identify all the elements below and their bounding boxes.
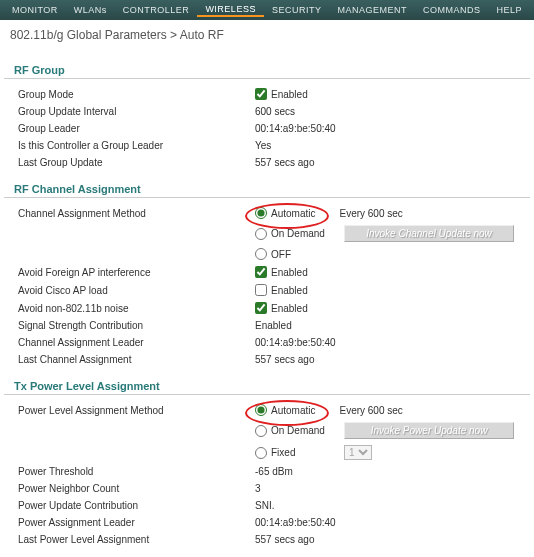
nav-security[interactable]: SECURITY: [264, 5, 330, 15]
value-signal-strength: Enabled: [255, 320, 534, 331]
text-enabled: Enabled: [271, 285, 308, 296]
label-avoid-cisco: Avoid Cisco AP load: [0, 285, 255, 296]
row-power-neighbor-count: Power Neighbor Count 3: [0, 480, 534, 497]
label-power-assignment-leader: Power Assignment Leader: [0, 517, 255, 528]
value-power-assignment-leader: 00:14:a9:be:50:40: [255, 517, 534, 528]
value-power-neighbor-count: 3: [255, 483, 534, 494]
text-automatic: Automatic: [271, 208, 315, 219]
section-title-tx-power: Tx Power Level Assignment: [4, 376, 530, 395]
label-is-leader: Is this Controller a Group Leader: [0, 140, 255, 151]
value-channel-assignment-leader: 00:14:a9:be:50:40: [255, 337, 534, 348]
nav-monitor[interactable]: MONITOR: [4, 5, 66, 15]
row-channel-off: OFF: [0, 245, 534, 263]
nav-controller[interactable]: CONTROLLER: [115, 5, 198, 15]
row-power-threshold: Power Threshold -65 dBm: [0, 463, 534, 480]
label-power-method: Power Level Assignment Method: [0, 405, 255, 416]
row-channel-assignment-leader: Channel Assignment Leader 00:14:a9:be:50…: [0, 334, 534, 351]
nav-wlans[interactable]: WLANs: [66, 5, 115, 15]
value-last-group-update: 557 secs ago: [255, 157, 534, 168]
label-group-mode: Group Mode: [0, 89, 255, 100]
text-automatic: Automatic: [271, 405, 315, 416]
value-last-channel-assignment: 557 secs ago: [255, 354, 534, 365]
row-group-leader: Group Leader 00:14:a9:be:50:40: [0, 120, 534, 137]
nav-management[interactable]: MANAGEMENT: [329, 5, 415, 15]
invoke-power-update-button[interactable]: Invoke Power Update now: [344, 422, 514, 439]
row-is-leader: Is this Controller a Group Leader Yes: [0, 137, 534, 154]
row-power-on-demand: On Demand Invoke Power Update now: [0, 419, 534, 442]
value-group-leader: 00:14:a9:be:50:40: [255, 123, 534, 134]
radio-power-automatic[interactable]: [255, 404, 267, 416]
row-avoid-foreign: Avoid Foreign AP interference Enabled: [0, 263, 534, 281]
text-enabled: Enabled: [271, 267, 308, 278]
text-power-every: Every 600 sec: [339, 405, 402, 416]
radio-power-on-demand[interactable]: [255, 425, 267, 437]
row-last-channel-assignment: Last Channel Assignment 557 secs ago: [0, 351, 534, 368]
radio-power-fixed[interactable]: [255, 447, 267, 459]
section-title-rf-channel: RF Channel Assignment: [4, 179, 530, 198]
row-power-fixed: Fixed 1: [0, 442, 534, 463]
nav-wireless[interactable]: WIRELESS: [197, 4, 264, 17]
text-off: OFF: [271, 249, 291, 260]
text-enabled: Enabled: [271, 89, 308, 100]
text-fixed: Fixed: [271, 447, 295, 458]
top-nav: MONITOR WLANs CONTROLLER WIRELESS SECURI…: [0, 0, 534, 20]
row-avoid-non80211b: Avoid non-802.11b noise Enabled: [0, 299, 534, 317]
row-channel-method: Channel Assignment Method Automatic Ever…: [0, 204, 534, 222]
value-is-leader: Yes: [255, 140, 534, 151]
label-channel-method: Channel Assignment Method: [0, 208, 255, 219]
row-last-power-assignment: Last Power Level Assignment 557 secs ago: [0, 531, 534, 548]
checkbox-group-mode[interactable]: [255, 88, 267, 100]
value-group-update-interval: 600 secs: [255, 106, 534, 117]
radio-channel-off[interactable]: [255, 248, 267, 260]
checkbox-avoid-non80211b[interactable]: [255, 302, 267, 314]
nav-commands[interactable]: COMMANDS: [415, 5, 489, 15]
text-enabled: Enabled: [271, 303, 308, 314]
value-last-power-assignment: 557 secs ago: [255, 534, 534, 545]
invoke-channel-update-button[interactable]: Invoke Channel Update now: [344, 225, 514, 242]
text-channel-every: Every 600 sec: [339, 208, 402, 219]
row-power-method: Power Level Assignment Method Automatic …: [0, 401, 534, 419]
value-power-threshold: -65 dBm: [255, 466, 534, 477]
checkbox-avoid-cisco[interactable]: [255, 284, 267, 296]
radio-channel-on-demand[interactable]: [255, 228, 267, 240]
checkbox-avoid-foreign[interactable]: [255, 266, 267, 278]
nav-help[interactable]: HELP: [488, 5, 530, 15]
label-power-threshold: Power Threshold: [0, 466, 255, 477]
value-power-update-contrib: SNI.: [255, 500, 534, 511]
select-power-fixed-level[interactable]: 1: [344, 445, 372, 460]
label-group-leader: Group Leader: [0, 123, 255, 134]
section-title-rf-group: RF Group: [4, 60, 530, 79]
row-avoid-cisco: Avoid Cisco AP load Enabled: [0, 281, 534, 299]
label-avoid-non80211b: Avoid non-802.11b noise: [0, 303, 255, 314]
label-last-power-assignment: Last Power Level Assignment: [0, 534, 255, 545]
row-group-update-interval: Group Update Interval 600 secs: [0, 103, 534, 120]
text-on-demand: On Demand: [271, 228, 325, 239]
row-signal-strength: Signal Strength Contribution Enabled: [0, 317, 534, 334]
label-last-group-update: Last Group Update: [0, 157, 255, 168]
radio-channel-automatic[interactable]: [255, 207, 267, 219]
label-group-update-interval: Group Update Interval: [0, 106, 255, 117]
row-last-group-update: Last Group Update 557 secs ago: [0, 154, 534, 171]
label-avoid-foreign: Avoid Foreign AP interference: [0, 267, 255, 278]
text-on-demand: On Demand: [271, 425, 325, 436]
label-signal-strength: Signal Strength Contribution: [0, 320, 255, 331]
row-group-mode: Group Mode Enabled: [0, 85, 534, 103]
label-power-neighbor-count: Power Neighbor Count: [0, 483, 255, 494]
row-channel-on-demand: On Demand Invoke Channel Update now: [0, 222, 534, 245]
row-power-assignment-leader: Power Assignment Leader 00:14:a9:be:50:4…: [0, 514, 534, 531]
row-power-update-contrib: Power Update Contribution SNI.: [0, 497, 534, 514]
label-power-update-contrib: Power Update Contribution: [0, 500, 255, 511]
breadcrumb: 802.11b/g Global Parameters > Auto RF: [0, 20, 534, 52]
label-last-channel-assignment: Last Channel Assignment: [0, 354, 255, 365]
label-channel-assignment-leader: Channel Assignment Leader: [0, 337, 255, 348]
